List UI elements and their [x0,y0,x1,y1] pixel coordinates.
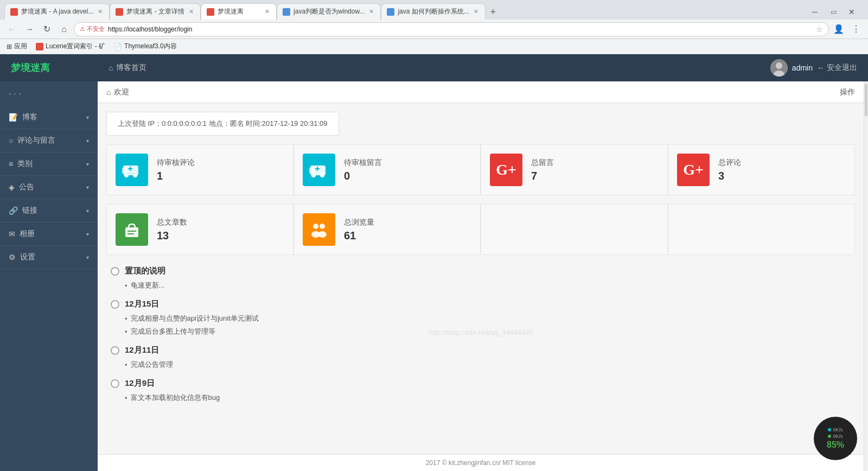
browser-menu-button[interactable]: ⋮ [848,22,864,37]
tab-close-2[interactable]: ✕ [188,7,195,16]
stat-total-views: 总浏览量 61 [293,204,481,255]
home-icon: ⌂ [108,63,113,72]
timeline: 置顶的说明 龟速更新... 12月15日 [106,266,855,403]
tab-1[interactable]: 梦境迷离 - A java devel... ✕ [4,3,110,20]
main-content: ⌂ 欢迎 操作 上次登陆 IP：0:0:0:0:0:0:0:1 地点：匿名 时间… [98,81,864,471]
sidebar-item-notice[interactable]: ◈ 公告 ▾ [0,176,98,199]
timeline-dot-3 [111,379,119,388]
warning-icon: ⚠ [80,26,85,33]
bookmark-apps[interactable]: ⊞ 应用 [4,41,29,52]
timeline-item-text-2-0: 完成公告管理 [131,360,173,370]
logout-button[interactable]: ← 安全退出 [817,63,857,73]
speed-percent: 85% [827,440,844,450]
timeline-header-1: 12月15日 [111,299,851,309]
album-icon: ✉ [9,230,15,238]
total-comments-value: 3 [718,170,741,182]
tab-close-4[interactable]: ✕ [368,7,375,16]
settings-chevron-icon: ▾ [86,254,89,260]
apps-icon: ⊞ [7,43,12,50]
sidebar-item-comments-left: ○ 评论与留言 [9,136,55,145]
pending-comments-info: 待审核评论 1 [157,158,195,182]
back-button[interactable]: ← [4,22,20,37]
total-articles-value: 13 [157,230,187,242]
timeline-section-1: 12月15日 完成相册与点赞的api设计与junit单元测试 完成后台多图上传与… [111,299,851,336]
tab-4[interactable]: java判断是否为window... ✕ [277,3,381,20]
tab-close-1[interactable]: ✕ [97,7,104,16]
profile-button[interactable]: 👤 [831,22,846,37]
home-button[interactable]: ⌂ [56,22,72,37]
address-bar[interactable]: ⚠ 不安全 https://localhost/blogger/login ☆ [74,22,829,36]
logout-label: 安全退出 [827,63,857,73]
svg-rect-18 [127,233,134,234]
sidebar-item-notice-left: ◈ 公告 [9,182,34,192]
total-views-icon [303,213,335,246]
tab-2[interactable]: 梦境迷离 - 文章详情 ✕ [110,3,201,20]
sidebar-item-category[interactable]: ≡ 类别 ▾ [0,152,98,176]
tab-close-5[interactable]: ✕ [473,7,480,16]
bookmark-lucene[interactable]: Lucene置词索引 - 矿 [34,41,107,52]
ambulance-icon-2 [309,160,329,180]
scrollbar-thumb[interactable] [865,84,867,116]
total-messages-icon: G+ [490,154,522,186]
logout-arrow-icon: ← [817,63,825,72]
svg-rect-9 [123,173,141,174]
tab-close-3[interactable]: ✕ [264,7,271,16]
total-messages-label: 总留言 [531,158,554,168]
svg-point-13 [320,173,324,177]
tab-3[interactable]: 梦境迷离 ✕ [201,3,277,20]
stat-empty-2 [668,204,855,255]
timeline-header-2: 12月11日 [111,345,851,355]
app-nav: ⌂ 博客首页 [108,63,770,73]
tab-5[interactable]: java 如何判断操作系统... ✕ [381,3,485,20]
browser-toolbar: ← → ↻ ⌂ ⚠ 不安全 https://localhost/blogger/… [0,20,868,39]
app-container: 梦境迷离 ⌂ 博客首页 admin ← 安全退出 [0,54,868,471]
upload-speed-label: 0K/s [833,427,843,432]
stat-pending-comments: 待审核评论 1 [106,144,293,195]
operation-label: 操作 [840,87,864,97]
sidebar-toggle[interactable]: ··· [0,81,98,106]
timeline-section-3: 12月9日 富文本加载初始化信息有bug [111,378,851,403]
total-views-info: 总浏览量 61 [344,218,374,242]
new-tab-button[interactable]: + [486,4,501,20]
sidebar-item-settings[interactable]: ⚙ 设置 ▾ [0,246,98,269]
bookmark-star-icon[interactable]: ☆ [816,25,823,34]
svg-rect-11 [309,168,314,173]
sidebar-item-comments[interactable]: ○ 评论与留言 ▾ [0,129,98,152]
sidebar-item-album[interactable]: ✉ 相册 ▾ [0,222,98,246]
list-item: 龟速更新... [125,281,851,290]
nav-home-label: 博客首页 [116,63,146,73]
settings-icon: ⚙ [9,253,16,262]
close-button[interactable]: ✕ [844,4,859,20]
comments-chevron-icon: ▾ [86,138,89,144]
bookmark-thymeleaf-icon: 📄 [114,43,122,50]
list-item: 完成后台多图上传与管理等 [125,327,851,336]
maximize-button[interactable]: ▭ [826,4,841,20]
sidebar-item-links[interactable]: 🔗 链接 ▾ [0,199,98,222]
sidebar-item-blog[interactable]: 📝 博客 ▾ [0,106,98,129]
forward-button[interactable]: → [22,22,37,37]
scrollbar[interactable] [864,81,868,471]
svg-point-22 [318,231,327,238]
blog-icon: 📝 [9,113,18,122]
minimize-button[interactable]: ─ [807,4,822,20]
tab-label-5: java 如何判断操作系统... [398,7,469,16]
album-chevron-icon: ▾ [86,231,89,237]
sidebar-blog-label: 博客 [22,112,37,122]
sidebar-item-settings-left: ⚙ 设置 [9,252,35,262]
sidebar-links-label: 链接 [22,206,37,215]
reload-button[interactable]: ↻ [39,22,54,37]
timeline-date-2: 12月11日 [125,345,159,355]
app-footer: 2017 © kit.zhengjinfan.cn/ MIT license [98,454,864,471]
speed-widget: 0K/s 0K/s 85% [814,417,857,460]
address-url: https://localhost/blogger/login [108,26,813,33]
stat-pending-messages: 待审核留言 0 [293,144,481,195]
nav-home[interactable]: ⌂ 博客首页 [108,63,146,73]
bookmark-lucene-label: Lucene置词索引 - 矿 [46,42,105,51]
tab-favicon-3 [207,8,214,16]
timeline-date-3: 12月9日 [125,378,155,389]
app-user: admin ← 安全退出 [770,59,857,77]
total-messages-info: 总留言 7 [531,158,554,182]
stats-grid-row2: 总文章数 13 [106,204,855,255]
download-speed: 0K/s [828,434,843,439]
bookmark-thymeleaf[interactable]: 📄 Thymeleaf3.0内容 [112,41,179,52]
